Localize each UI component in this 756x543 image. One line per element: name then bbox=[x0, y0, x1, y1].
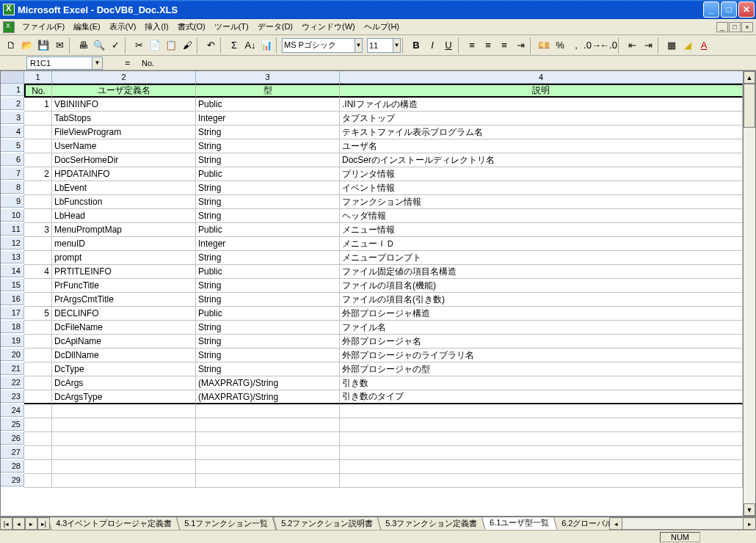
cell-no[interactable] bbox=[24, 112, 52, 125]
column-header[interactable]: 1 bbox=[24, 71, 52, 84]
row-header[interactable]: 19 bbox=[1, 335, 24, 347]
empty-cell[interactable] bbox=[52, 418, 196, 432]
cell-desc[interactable]: DocSerのインストールディレクトリ名 bbox=[340, 153, 743, 167]
tab-next-button[interactable]: ▸ bbox=[25, 517, 37, 530]
new-button[interactable]: 🗋 bbox=[3, 37, 19, 54]
cell-no[interactable] bbox=[24, 153, 52, 167]
empty-cell[interactable] bbox=[340, 432, 743, 446]
empty-cell[interactable] bbox=[196, 446, 340, 460]
row-header[interactable]: 13 bbox=[1, 251, 24, 263]
cell-type[interactable]: String bbox=[196, 195, 340, 209]
cell-desc[interactable]: 外部プロシージャのライブラリ名 bbox=[340, 349, 743, 362]
cell-no[interactable] bbox=[24, 390, 52, 404]
row-header[interactable]: 5 bbox=[1, 139, 24, 152]
italic-button[interactable]: I bbox=[424, 37, 440, 54]
spelling-button[interactable]: ✓ bbox=[107, 37, 123, 54]
menu-view[interactable]: 表示(V) bbox=[105, 20, 141, 34]
cell-type[interactable]: Public bbox=[196, 98, 340, 112]
save-button[interactable]: 💾 bbox=[35, 37, 51, 54]
cell-name[interactable]: DcArgs bbox=[52, 376, 196, 390]
doc-minimize-button[interactable]: _ bbox=[716, 22, 728, 32]
vertical-scrollbar[interactable]: ▲ ▼ bbox=[743, 71, 755, 516]
cell-desc[interactable]: イベント情報 bbox=[340, 181, 743, 195]
cell-desc[interactable]: メニュー情報 bbox=[340, 223, 743, 237]
cell-name[interactable]: DcArgsType bbox=[52, 390, 196, 404]
cell-no[interactable] bbox=[24, 349, 52, 362]
row-header[interactable]: 20 bbox=[1, 349, 24, 361]
row-header[interactable]: 17 bbox=[1, 307, 24, 319]
scroll-thumb[interactable] bbox=[744, 84, 755, 128]
copy-button[interactable]: 📄 bbox=[147, 37, 163, 54]
cell-type[interactable]: String bbox=[196, 209, 340, 223]
cell-name[interactable]: LbEvent bbox=[52, 181, 196, 195]
cell-name[interactable]: PrFuncTitle bbox=[52, 279, 196, 293]
row-header[interactable]: 2 bbox=[1, 98, 24, 110]
sheet-tab[interactable]: 6.2グローバル定数一覧 bbox=[553, 517, 609, 530]
cell-name[interactable]: DcApiName bbox=[52, 335, 196, 349]
cell-no[interactable]: 3 bbox=[24, 223, 52, 237]
cell-type[interactable]: Integer bbox=[196, 112, 340, 125]
cell-type[interactable]: (MAXPRATG)/String bbox=[196, 390, 340, 404]
sheet-tab-active[interactable]: 6.1ユーザ型一覧 bbox=[481, 517, 558, 530]
maximize-button[interactable]: □ bbox=[721, 1, 737, 18]
empty-cell[interactable] bbox=[340, 446, 743, 460]
cell-no[interactable] bbox=[24, 125, 52, 139]
cell-no[interactable] bbox=[24, 195, 52, 209]
scroll-left-button[interactable]: ◂ bbox=[610, 518, 622, 529]
row-header[interactable]: 3 bbox=[1, 112, 24, 124]
percent-button[interactable]: % bbox=[552, 37, 568, 54]
sheet-tab[interactable]: 5.2ファンクション説明書 bbox=[272, 517, 381, 530]
currency-button[interactable]: 💴 bbox=[536, 37, 552, 54]
cell-no[interactable] bbox=[24, 251, 52, 265]
cell-type[interactable]: String bbox=[196, 349, 340, 362]
row-header[interactable]: 25 bbox=[1, 418, 24, 431]
cell-type[interactable]: String bbox=[196, 125, 340, 139]
decrease-indent-button[interactable]: ⇤ bbox=[624, 37, 640, 54]
cell-name[interactable]: VBINIINFO bbox=[52, 98, 196, 112]
cell-desc[interactable]: メニューＩＤ bbox=[340, 237, 743, 251]
cell-type[interactable]: String bbox=[196, 251, 340, 265]
cell-no[interactable]: 5 bbox=[24, 307, 52, 321]
cell-type[interactable]: String bbox=[196, 181, 340, 195]
align-right-button[interactable]: ≡ bbox=[496, 37, 512, 54]
cell-name[interactable]: HPDATAINFO bbox=[52, 167, 196, 181]
cell-desc[interactable]: 引き数 bbox=[340, 376, 743, 390]
name-box[interactable]: R1C1 bbox=[26, 57, 92, 70]
autosum-button[interactable]: Σ bbox=[226, 37, 242, 54]
cell-no[interactable] bbox=[24, 293, 52, 307]
cell-no[interactable] bbox=[24, 376, 52, 390]
font-size-dropdown[interactable]: ▼ bbox=[393, 38, 401, 53]
cell-no[interactable] bbox=[24, 335, 52, 349]
merge-center-button[interactable]: ⇥ bbox=[512, 37, 528, 54]
sheet-tab[interactable]: 5.1ファンクション一覧 bbox=[176, 517, 277, 530]
cell-name[interactable]: PrArgsCmtTitle bbox=[52, 293, 196, 307]
cell-type[interactable]: Public bbox=[196, 307, 340, 321]
scroll-down-button[interactable]: ▼ bbox=[744, 503, 755, 516]
empty-cell[interactable] bbox=[52, 404, 196, 418]
cell-desc[interactable]: プリンタ情報 bbox=[340, 167, 743, 181]
cell-name[interactable]: FileViewProgram bbox=[52, 125, 196, 139]
cell-type[interactable]: Public bbox=[196, 167, 340, 181]
row-header[interactable]: 15 bbox=[1, 279, 24, 291]
menu-insert[interactable]: 挿入(I) bbox=[140, 20, 172, 34]
cell-name[interactable]: prompt bbox=[52, 251, 196, 265]
cell-type[interactable]: String bbox=[196, 321, 340, 335]
menu-file[interactable]: ファイル(F) bbox=[18, 20, 69, 34]
sort-asc-button[interactable]: A↓ bbox=[242, 37, 258, 54]
empty-cell[interactable] bbox=[24, 404, 52, 418]
cell-name[interactable]: PRTITLEINFO bbox=[52, 265, 196, 279]
column-header[interactable]: 2 bbox=[52, 71, 196, 84]
cell-no[interactable]: 1 bbox=[24, 98, 52, 112]
row-header[interactable]: 1 bbox=[1, 84, 24, 96]
doc-close-button[interactable]: × bbox=[741, 22, 753, 32]
horizontal-scrollbar[interactable]: ◂ ▸ bbox=[609, 517, 756, 530]
cell-desc[interactable]: ファイル固定値の項目名構造 bbox=[340, 265, 743, 279]
increase-indent-button[interactable]: ⇥ bbox=[640, 37, 656, 54]
row-header[interactable]: 10 bbox=[1, 209, 24, 222]
undo-button[interactable]: ↶ bbox=[203, 37, 219, 54]
header-cell-desc[interactable]: 説明 bbox=[340, 84, 743, 98]
cell-no[interactable] bbox=[24, 362, 52, 376]
empty-cell[interactable] bbox=[340, 418, 743, 432]
empty-cell[interactable] bbox=[196, 404, 340, 418]
cell-name[interactable]: UserName bbox=[52, 139, 196, 153]
